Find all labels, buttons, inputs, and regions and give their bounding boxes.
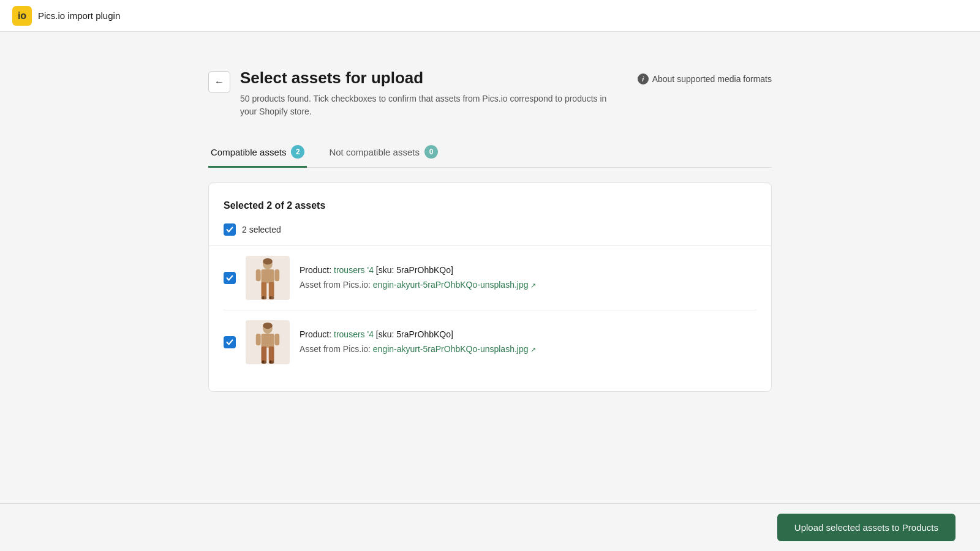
assets-card-title: Selected 2 of 2 assets (224, 200, 756, 211)
svg-rect-21 (270, 361, 272, 363)
external-link-icon-2: ↗ (530, 346, 536, 353)
asset-checkbox-1[interactable] (224, 272, 236, 284)
asset-checkbox-wrapper-2 (224, 336, 236, 348)
svg-rect-15 (269, 347, 274, 362)
back-arrow-icon: ← (214, 77, 224, 88)
checkmark-icon (226, 226, 233, 233)
page-description: 50 products found. Tick checkboxes to co… (240, 92, 608, 118)
tab-not-compatible-label: Not compatible assets (329, 147, 420, 157)
svg-rect-6 (274, 269, 279, 281)
top-bar: io Pics.io import plugin (0, 0, 980, 32)
asset-prefix-2: Asset from Pics.io: (300, 344, 373, 354)
svg-rect-10 (270, 296, 272, 299)
asset-checkbox-wrapper-1 (224, 272, 236, 284)
svg-rect-17 (274, 334, 279, 345)
select-all-checkbox[interactable] (224, 223, 236, 236)
svg-rect-9 (262, 296, 264, 299)
assets-card: Selected 2 of 2 assets 2 selected (208, 182, 772, 392)
asset-filename-link-1[interactable]: engin-akyurt-5raPrOhbKQo-unsplash.jpg (373, 280, 529, 290)
tab-not-compatible[interactable]: Not compatible assets 0 (326, 138, 440, 168)
asset-product-2: Product: trousers '4 [sku: 5raPrOhbKQo] (300, 328, 756, 342)
page-header: ← Select assets for upload 50 products f… (208, 69, 772, 118)
svg-rect-20 (262, 361, 264, 363)
product-image-1 (249, 257, 286, 299)
supported-formats-link[interactable]: i About supported media formats (638, 73, 772, 84)
asset-thumbnail-2 (246, 320, 290, 364)
product-sku-2: [sku: 5raPrOhbKQo] (374, 329, 453, 339)
svg-rect-2 (262, 269, 274, 283)
asset-prefix-1: Asset from Pics.io: (300, 280, 373, 290)
tab-compatible-badge: 2 (291, 145, 304, 159)
checkmark-icon (226, 339, 233, 346)
svg-rect-13 (262, 334, 274, 348)
header-text: Select assets for upload 50 products fou… (240, 69, 608, 118)
page-title: Select assets for upload (240, 69, 608, 88)
tab-compatible-label: Compatible assets (211, 147, 286, 157)
app-logo: io (12, 6, 32, 26)
svg-point-12 (263, 323, 273, 329)
asset-file-2: Asset from Pics.io: engin-akyurt-5raPrOh… (300, 342, 756, 357)
info-icon: i (638, 73, 649, 84)
tabs-bar: Compatible assets 2 Not compatible asset… (208, 138, 772, 168)
asset-thumbnail-1 (246, 256, 290, 300)
svg-rect-14 (262, 347, 267, 362)
svg-rect-5 (256, 269, 261, 281)
select-all-label: 2 selected (242, 225, 281, 234)
asset-product-1: Product: trousers '4 [sku: 5raPrOhbKQo] (300, 263, 756, 278)
tab-not-compatible-badge: 0 (424, 145, 438, 159)
supported-formats-label: About supported media formats (652, 74, 772, 84)
svg-point-1 (263, 258, 273, 265)
product-prefix-1: Product: (300, 265, 334, 275)
asset-file-1: Asset from Pics.io: engin-akyurt-5raPrOh… (300, 278, 756, 293)
checkmark-icon (226, 274, 233, 282)
app-title: Pics.io import plugin (38, 10, 120, 21)
header-left: ← Select assets for upload 50 products f… (208, 69, 608, 118)
select-all-row: 2 selected (224, 223, 756, 236)
product-image-2 (249, 321, 286, 364)
asset-info-1: Product: trousers '4 [sku: 5raPrOhbKQo] … (300, 263, 756, 293)
product-sku-1: [sku: 5raPrOhbKQo] (374, 265, 453, 275)
table-row: Product: trousers '4 [sku: 5raPrOhbKQo] … (224, 246, 756, 310)
page-wrapper: ← Select assets for upload 50 products f… (184, 32, 796, 453)
product-link-2[interactable]: trousers '4 (334, 329, 374, 339)
table-row: Product: trousers '4 [sku: 5raPrOhbKQo] … (224, 310, 756, 374)
asset-checkbox-2[interactable] (224, 336, 236, 348)
svg-rect-4 (269, 282, 274, 298)
external-link-icon-1: ↗ (530, 282, 536, 289)
product-link-1[interactable]: trousers '4 (334, 265, 374, 275)
back-button[interactable]: ← (208, 71, 230, 93)
product-prefix-2: Product: (300, 329, 334, 339)
svg-rect-16 (256, 334, 261, 345)
tab-compatible[interactable]: Compatible assets 2 (208, 138, 307, 168)
svg-rect-3 (262, 282, 267, 298)
asset-filename-link-2[interactable]: engin-akyurt-5raPrOhbKQo-unsplash.jpg (373, 344, 529, 354)
asset-info-2: Product: trousers '4 [sku: 5raPrOhbKQo] … (300, 328, 756, 357)
